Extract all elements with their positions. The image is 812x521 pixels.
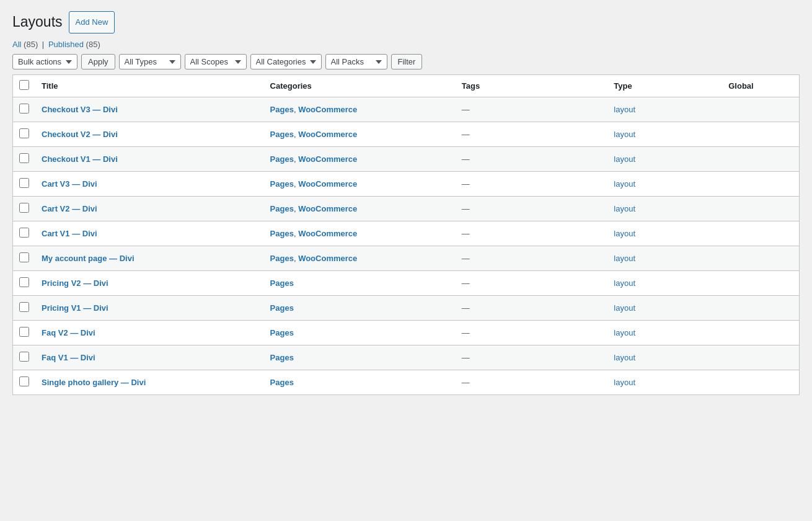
type-link[interactable]: layout: [614, 353, 635, 362]
category-link[interactable]: Pages: [270, 353, 294, 362]
category-link[interactable]: Pages: [270, 328, 294, 337]
layout-title-link[interactable]: Pricing V1 — Divi: [42, 303, 108, 313]
category-link[interactable]: WooCommerce: [298, 254, 357, 263]
categories-cell: Pages: [264, 271, 456, 296]
type-link[interactable]: layout: [614, 303, 635, 313]
global-column-header: Global: [722, 75, 799, 97]
row-checkbox-cell: [13, 271, 36, 296]
layout-title-link[interactable]: Cart V3 — Divi: [42, 179, 97, 189]
type-link[interactable]: layout: [614, 130, 635, 139]
categories-cell: Pages: [264, 296, 456, 321]
title-cell: Checkout V1 — Divi: [35, 147, 264, 172]
all-scopes-select[interactable]: All Scopes: [185, 54, 247, 69]
select-all-header: [13, 75, 36, 97]
type-link[interactable]: layout: [614, 105, 635, 114]
type-column-header: Type: [607, 75, 722, 97]
row-checkbox[interactable]: [19, 376, 29, 386]
row-checkbox[interactable]: [19, 228, 29, 238]
category-link[interactable]: Pages: [270, 154, 294, 164]
layout-title-link[interactable]: My account page — Divi: [42, 254, 135, 263]
row-checkbox[interactable]: [19, 104, 29, 114]
title-cell: Pricing V2 — Divi: [35, 271, 264, 296]
all-packs-select[interactable]: All Packs: [325, 54, 387, 69]
bulk-actions-select[interactable]: Bulk actions: [12, 54, 77, 69]
type-link[interactable]: layout: [614, 254, 635, 263]
row-checkbox[interactable]: [19, 277, 29, 287]
row-checkbox[interactable]: [19, 153, 29, 163]
global-cell: [722, 345, 799, 370]
layout-title-link[interactable]: Faq V2 — Divi: [42, 328, 95, 337]
category-link[interactable]: WooCommerce: [298, 204, 357, 213]
type-cell: layout: [607, 246, 722, 271]
categories-cell: Pages, WooCommerce: [264, 122, 456, 147]
category-link[interactable]: Pages: [270, 278, 294, 288]
layout-title-link[interactable]: Cart V2 — Divi: [42, 204, 97, 213]
row-checkbox-cell: [13, 321, 36, 345]
type-link[interactable]: layout: [614, 229, 635, 238]
filter-button[interactable]: Filter: [391, 54, 423, 69]
row-checkbox[interactable]: [19, 352, 29, 362]
add-new-button[interactable]: Add New: [69, 11, 115, 33]
type-link[interactable]: layout: [614, 179, 635, 189]
layout-title-link[interactable]: Checkout V3 — Divi: [42, 105, 118, 114]
table-row: My account page — DiviPages, WooCommerce…: [13, 246, 800, 271]
global-cell: [722, 197, 799, 221]
type-link[interactable]: layout: [614, 204, 635, 213]
apply-button[interactable]: Apply: [81, 54, 115, 69]
title-cell: Checkout V2 — Divi: [35, 122, 264, 147]
layout-title-link[interactable]: Checkout V1 — Divi: [42, 154, 118, 164]
type-link[interactable]: layout: [614, 154, 635, 164]
tags-cell: —: [456, 296, 608, 321]
category-link[interactable]: WooCommerce: [298, 154, 357, 164]
category-link[interactable]: Pages: [270, 254, 294, 263]
category-link[interactable]: Pages: [270, 130, 294, 139]
all-categories-select[interactable]: All Categories: [250, 54, 322, 69]
layout-title-link[interactable]: Checkout V2 — Divi: [42, 130, 118, 139]
all-filter-link[interactable]: All (85): [12, 40, 38, 49]
global-cell: [722, 221, 799, 246]
table-row: Pricing V2 — DiviPages—layout: [13, 271, 800, 296]
category-link[interactable]: WooCommerce: [298, 105, 357, 114]
type-cell: layout: [607, 147, 722, 172]
row-checkbox[interactable]: [19, 128, 29, 138]
row-checkbox[interactable]: [19, 302, 29, 312]
category-link[interactable]: WooCommerce: [298, 229, 357, 238]
category-link[interactable]: Pages: [270, 378, 294, 387]
layouts-table: Title Categories Tags Type Global Checko…: [12, 74, 800, 395]
category-link[interactable]: WooCommerce: [298, 179, 357, 189]
categories-cell: Pages, WooCommerce: [264, 97, 456, 122]
row-checkbox[interactable]: [19, 203, 29, 213]
layout-title-link[interactable]: Faq V1 — Divi: [42, 353, 95, 362]
category-link[interactable]: WooCommerce: [298, 130, 357, 139]
layout-title-link[interactable]: Pricing V2 — Divi: [42, 278, 108, 288]
row-checkbox-cell: [13, 345, 36, 370]
type-link[interactable]: layout: [614, 378, 635, 387]
type-cell: layout: [607, 370, 722, 395]
category-link[interactable]: Pages: [270, 179, 294, 189]
filter-links: All (85) | Published (85): [12, 40, 800, 49]
category-link[interactable]: Pages: [270, 105, 294, 114]
tags-cell: —: [456, 97, 608, 122]
all-types-select[interactable]: All Types: [119, 54, 181, 69]
page-title: Layouts: [12, 13, 63, 32]
row-checkbox-cell: [13, 122, 36, 147]
type-cell: layout: [607, 321, 722, 345]
categories-cell: Pages: [264, 345, 456, 370]
layout-title-link[interactable]: Cart V1 — Divi: [42, 229, 97, 238]
layout-title-link[interactable]: Single photo gallery — Divi: [42, 378, 146, 387]
table-row: Single photo gallery — DiviPages—layout: [13, 370, 800, 395]
title-cell: My account page — Divi: [35, 246, 264, 271]
row-checkbox-cell: [13, 296, 36, 321]
category-link[interactable]: Pages: [270, 229, 294, 238]
row-checkbox[interactable]: [19, 178, 29, 188]
category-link[interactable]: Pages: [270, 204, 294, 213]
published-filter-link[interactable]: Published (85): [48, 40, 100, 49]
type-link[interactable]: layout: [614, 328, 635, 337]
type-link[interactable]: layout: [614, 278, 635, 288]
row-checkbox[interactable]: [19, 327, 29, 337]
select-all-checkbox[interactable]: [19, 80, 29, 90]
category-link[interactable]: Pages: [270, 303, 294, 313]
tags-cell: —: [456, 221, 608, 246]
type-cell: layout: [607, 296, 722, 321]
row-checkbox[interactable]: [19, 252, 29, 262]
